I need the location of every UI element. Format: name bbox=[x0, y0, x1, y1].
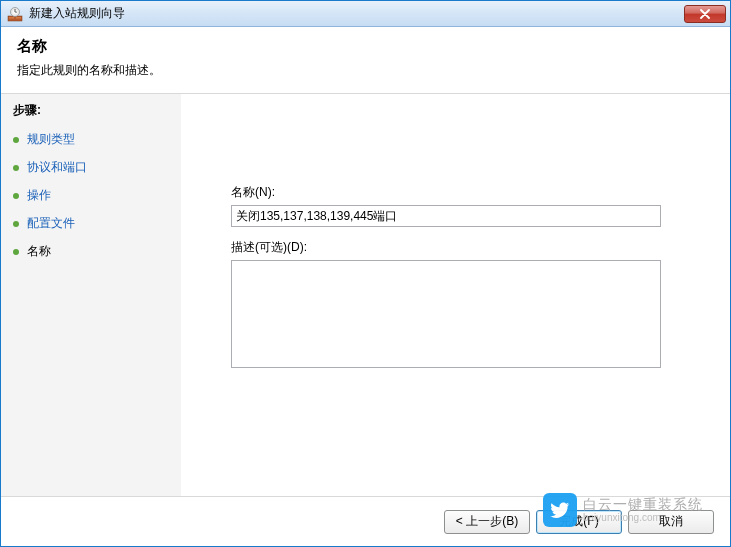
bullet-icon bbox=[13, 193, 19, 199]
finish-button[interactable]: 完成(F) bbox=[536, 510, 622, 534]
name-input[interactable] bbox=[231, 205, 661, 227]
page-title: 名称 bbox=[17, 37, 714, 56]
titlebar: 新建入站规则向导 bbox=[1, 1, 730, 27]
description-label: 描述(可选)(D): bbox=[231, 239, 680, 256]
bullet-icon bbox=[13, 221, 19, 227]
step-rule-type[interactable]: 规则类型 bbox=[13, 131, 171, 148]
wizard-dialog: 新建入站规则向导 名称 指定此规则的名称和描述。 步骤: 规则类型 协议和端口 … bbox=[0, 0, 731, 547]
svg-rect-1 bbox=[9, 17, 14, 19]
content-panel: 名称(N): 描述(可选)(D): bbox=[181, 94, 730, 496]
window-title: 新建入站规则向导 bbox=[29, 5, 684, 22]
bullet-icon bbox=[13, 249, 19, 255]
close-button[interactable] bbox=[684, 5, 726, 23]
bullet-icon bbox=[13, 137, 19, 143]
step-label: 规则类型 bbox=[27, 131, 75, 148]
svg-rect-5 bbox=[15, 9, 16, 12]
svg-rect-2 bbox=[16, 17, 21, 19]
sidebar: 步骤: 规则类型 协议和端口 操作 配置文件 名称 bbox=[1, 94, 181, 496]
step-label: 名称 bbox=[27, 243, 51, 260]
svg-rect-6 bbox=[15, 11, 17, 12]
header: 名称 指定此规则的名称和描述。 bbox=[1, 27, 730, 94]
step-label: 操作 bbox=[27, 187, 51, 204]
step-label: 协议和端口 bbox=[27, 159, 87, 176]
step-profile[interactable]: 配置文件 bbox=[13, 215, 171, 232]
close-icon bbox=[700, 9, 710, 19]
footer: < 上一步(B) 完成(F) 取消 bbox=[1, 496, 730, 546]
description-textarea[interactable] bbox=[231, 260, 661, 368]
name-label: 名称(N): bbox=[231, 184, 680, 201]
page-subtitle: 指定此规则的名称和描述。 bbox=[17, 62, 714, 79]
back-button[interactable]: < 上一步(B) bbox=[444, 510, 530, 534]
step-protocol-port[interactable]: 协议和端口 bbox=[13, 159, 171, 176]
body: 步骤: 规则类型 协议和端口 操作 配置文件 名称 名 bbox=[1, 94, 730, 496]
step-label: 配置文件 bbox=[27, 215, 75, 232]
bullet-icon bbox=[13, 165, 19, 171]
cancel-button[interactable]: 取消 bbox=[628, 510, 714, 534]
steps-heading: 步骤: bbox=[13, 102, 171, 119]
step-name[interactable]: 名称 bbox=[13, 243, 171, 260]
app-icon bbox=[7, 6, 23, 22]
step-action[interactable]: 操作 bbox=[13, 187, 171, 204]
